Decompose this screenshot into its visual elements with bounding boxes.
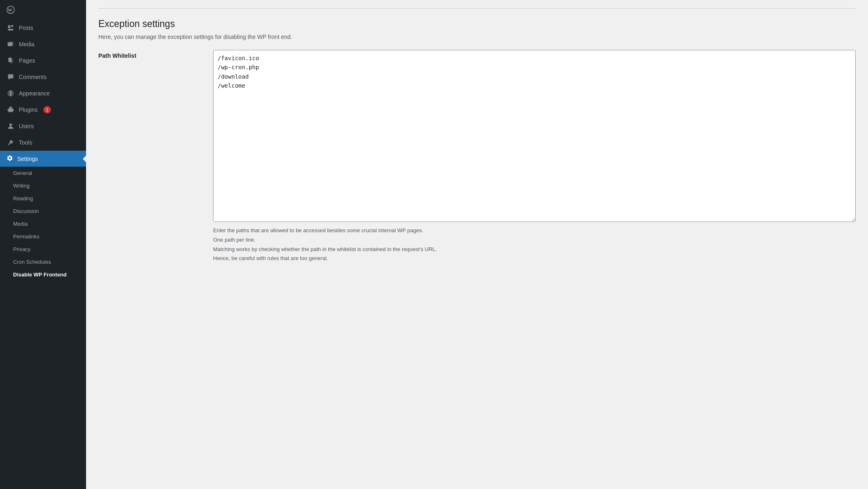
sidebar-item-comments[interactable]: Comments: [0, 69, 86, 85]
path-whitelist-label: Path Whitelist: [98, 50, 205, 59]
media-icon: [7, 40, 15, 48]
sidebar-item-plugins[interactable]: Plugins 1: [0, 102, 86, 118]
section-title: Exception settings: [98, 18, 856, 29]
sidebar-item-comments-label: Comments: [19, 74, 47, 80]
sidebar-item-settings[interactable]: Settings: [0, 151, 86, 167]
plugins-icon: [7, 106, 15, 114]
sidebar-item-posts[interactable]: Posts: [0, 20, 86, 36]
settings-icon: [7, 155, 13, 163]
svg-rect-11: [8, 109, 13, 112]
exception-settings-section: Exception settings Here, you can manage …: [98, 18, 856, 264]
sidebar-item-pages-label: Pages: [19, 57, 35, 64]
svg-text:W: W: [8, 7, 12, 12]
path-whitelist-field: /favicon.ico /wp-cron.php /download /wel…: [213, 50, 856, 264]
posts-icon: [7, 24, 15, 32]
field-help-line-3: Matching works by checking whether the p…: [213, 245, 856, 254]
sidebar-item-tools-label: Tools: [19, 139, 32, 146]
submenu-item-media[interactable]: Media: [0, 217, 86, 230]
submenu-item-discussion[interactable]: Discussion: [0, 205, 86, 217]
svg-rect-8: [10, 59, 13, 63]
sidebar: W Posts Media Pages Comments Appearance: [0, 0, 86, 489]
sidebar-item-appearance[interactable]: Appearance: [0, 85, 86, 102]
submenu-item-writing[interactable]: Writing: [0, 179, 86, 192]
users-icon: [7, 122, 15, 130]
field-help-line-2: One path per line.: [213, 236, 856, 244]
sidebar-item-media-label: Media: [19, 41, 34, 48]
main-content: Exception settings Here, you can manage …: [86, 0, 868, 489]
wp-logo: W: [0, 0, 86, 20]
comments-icon: [7, 73, 15, 81]
sidebar-item-posts-label: Posts: [19, 25, 33, 31]
field-help: Enter the paths that are allowed to be a…: [213, 226, 856, 263]
sidebar-item-settings-label: Settings: [17, 156, 38, 162]
svg-rect-4: [8, 29, 14, 30]
svg-rect-10: [9, 107, 12, 109]
svg-rect-3: [11, 25, 14, 27]
sidebar-item-plugins-label: Plugins: [19, 106, 38, 113]
submenu-item-disable-wp-frontend[interactable]: Disable WP Frontend: [0, 268, 86, 281]
svg-rect-13: [13, 109, 14, 111]
svg-rect-6: [9, 42, 14, 46]
field-help-line-1: Enter the paths that are allowed to be a…: [213, 226, 856, 235]
top-divider: [98, 8, 856, 9]
svg-rect-2: [8, 25, 11, 28]
submenu-item-general[interactable]: General: [0, 167, 86, 179]
settings-submenu: General Writing Reading Discussion Media…: [0, 167, 86, 281]
submenu-item-cron-schedules[interactable]: Cron Schedules: [0, 256, 86, 268]
plugins-badge: 1: [43, 106, 51, 113]
field-help-line-4: Hence, be careful with rules that are to…: [213, 254, 856, 263]
wordpress-logo-icon: W: [7, 6, 15, 14]
sidebar-item-users[interactable]: Users: [0, 118, 86, 134]
submenu-item-privacy[interactable]: Privacy: [0, 243, 86, 256]
sidebar-item-tools[interactable]: Tools: [0, 134, 86, 151]
path-whitelist-textarea[interactable]: /favicon.ico /wp-cron.php /download /wel…: [213, 50, 856, 222]
sidebar-item-media[interactable]: Media: [0, 36, 86, 52]
svg-point-14: [9, 124, 12, 126]
submenu-item-reading[interactable]: Reading: [0, 192, 86, 205]
section-description: Here, you can manage the exception setti…: [98, 34, 856, 40]
sidebar-item-users-label: Users: [19, 123, 34, 129]
path-whitelist-row: Path Whitelist /favicon.ico /wp-cron.php…: [98, 50, 856, 264]
appearance-icon: [7, 89, 15, 97]
sidebar-item-appearance-label: Appearance: [19, 90, 50, 97]
submenu-item-permalinks[interactable]: Permalinks: [0, 230, 86, 243]
pages-icon: [7, 57, 15, 65]
tools-icon: [7, 138, 15, 147]
svg-rect-12: [8, 109, 9, 111]
sidebar-item-pages[interactable]: Pages: [0, 52, 86, 69]
